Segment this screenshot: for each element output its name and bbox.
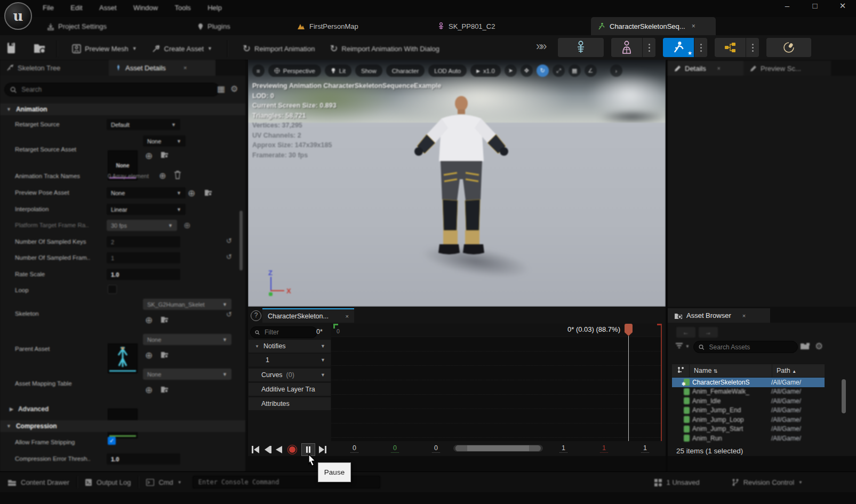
tab-close-icon[interactable]: × bbox=[742, 313, 746, 319]
timeline-filter[interactable] bbox=[250, 326, 317, 338]
timeline-document-tab[interactable]: CharacterSkeleton... × bbox=[262, 308, 354, 323]
rate-scale-field[interactable]: 1.0 bbox=[107, 269, 180, 280]
step-backward-button[interactable] bbox=[263, 445, 272, 454]
scrollbar[interactable] bbox=[842, 379, 846, 413]
section-compression[interactable]: ▼ Compression bbox=[0, 420, 245, 432]
lod-auto-button[interactable]: LOD Auto bbox=[428, 65, 467, 77]
sampled-frames-field[interactable]: 1 bbox=[107, 252, 180, 263]
asset-row[interactable]: Anim_Jump_Start /All/Game/ bbox=[672, 425, 825, 434]
notifies-track-header[interactable]: ▼ Notifies ▼ bbox=[249, 340, 331, 353]
preview-viewport[interactable]: ≡ Perspective Lit Show Character LOD Aut… bbox=[248, 60, 666, 307]
playback-speed-button[interactable]: ▶ x1.0 bbox=[470, 65, 501, 77]
animation-mode-options-button[interactable] bbox=[694, 38, 707, 57]
notify-track-1[interactable]: 1 ▼ bbox=[249, 354, 331, 366]
view-range-start-field[interactable]: 0 bbox=[350, 444, 358, 453]
blueprint-mode-button[interactable] bbox=[715, 38, 746, 57]
tab-asset-browser[interactable]: Asset Browser × bbox=[668, 308, 770, 323]
maximize-button[interactable]: □ bbox=[808, 1, 822, 11]
timeline-scrollbar[interactable] bbox=[453, 445, 543, 452]
search-input[interactable] bbox=[20, 85, 214, 94]
use-selected-icon[interactable]: ⊕ bbox=[145, 350, 153, 361]
project-settings-button[interactable]: Project Settings bbox=[42, 19, 112, 34]
revision-column-icon[interactable] bbox=[672, 366, 689, 375]
toolbar-overflow-button[interactable]: »» bbox=[536, 39, 545, 53]
loop-checkbox[interactable] bbox=[108, 285, 117, 294]
close-button[interactable]: ✕ bbox=[836, 1, 850, 11]
save-dirty-icon[interactable] bbox=[800, 342, 810, 350]
mesh-mode-button[interactable] bbox=[611, 38, 642, 57]
asset-row[interactable]: Anim_FemaleWalk_ /All/Game/ bbox=[672, 387, 825, 397]
timeline-track-area[interactable] bbox=[331, 337, 662, 441]
preview-mesh-button[interactable]: Preview Mesh▼ bbox=[67, 40, 142, 58]
column-header-name[interactable]: Name ⇅ bbox=[690, 367, 772, 374]
step-forward-button[interactable] bbox=[318, 445, 327, 454]
add-element-icon[interactable]: ⊕ bbox=[159, 171, 166, 181]
track-menu-icon[interactable]: ▼ bbox=[321, 357, 325, 363]
reset-to-default-icon[interactable]: ↺ bbox=[226, 310, 232, 318]
grid-view-icon[interactable]: ▦ bbox=[217, 84, 225, 94]
tab-skeleton-tree[interactable]: Skeleton Tree bbox=[0, 60, 109, 76]
save-button[interactable] bbox=[5, 42, 17, 55]
use-selected-icon[interactable]: ⊕ bbox=[188, 188, 195, 199]
tab-close-icon[interactable]: × bbox=[692, 22, 695, 30]
range-max-field[interactable]: 1 bbox=[559, 444, 567, 453]
physics-mode-button[interactable] bbox=[766, 38, 811, 57]
minimize-button[interactable]: – bbox=[780, 1, 794, 11]
select-tool-icon[interactable]: ➤ bbox=[505, 65, 517, 77]
expand-toolbar-icon[interactable]: › bbox=[610, 65, 622, 77]
tab-characterskeletonseq[interactable]: CharacterSkeletonSeq... × bbox=[591, 17, 716, 35]
browse-to-asset-button[interactable] bbox=[33, 42, 47, 55]
timeline-ruler[interactable]: 0 0* (0.03) (88.7%) bbox=[331, 324, 662, 337]
interpolation-dropdown[interactable]: Linear▼ bbox=[107, 204, 186, 215]
lit-button[interactable]: Lit bbox=[325, 65, 351, 77]
browse-icon[interactable] bbox=[160, 150, 169, 159]
browse-icon[interactable] bbox=[160, 385, 169, 394]
skeleton-thumbnail[interactable] bbox=[108, 343, 138, 373]
animation-mode-button[interactable]: ★ bbox=[663, 38, 694, 57]
asset-mapping-dropdown[interactable]: None▼ bbox=[143, 369, 231, 380]
filter-input[interactable] bbox=[263, 328, 313, 337]
use-selected-icon[interactable]: ⊕ bbox=[145, 150, 153, 162]
retarget-source-dropdown[interactable]: Default▼ bbox=[107, 119, 180, 130]
curves-track-header[interactable]: Curves (0) ▼ bbox=[249, 369, 331, 381]
unsaved-assets-button[interactable]: 1 Unsaved bbox=[654, 478, 700, 486]
reset-to-default-icon[interactable]: ↺ bbox=[226, 237, 232, 245]
trash-icon[interactable] bbox=[174, 171, 181, 179]
menu-file[interactable]: File bbox=[35, 0, 61, 15]
menu-window[interactable]: Window bbox=[126, 0, 165, 15]
settings-gear-icon[interactable]: ⚙ bbox=[815, 341, 823, 352]
track-menu-icon[interactable]: ▼ bbox=[321, 372, 325, 378]
content-drawer-button[interactable]: Content Drawer bbox=[7, 478, 69, 486]
tab-close-icon[interactable]: × bbox=[717, 66, 721, 71]
settings-gear-icon[interactable]: ⚙ bbox=[230, 84, 238, 94]
browse-icon[interactable] bbox=[160, 350, 169, 359]
skeleton-mode-button[interactable] bbox=[558, 38, 604, 57]
use-selected-icon[interactable]: ⊕ bbox=[145, 385, 153, 396]
play-reverse-button[interactable] bbox=[275, 445, 283, 454]
plugins-button[interactable]: Plugins bbox=[192, 19, 236, 34]
cmd-button[interactable]: Cmd ▼ bbox=[146, 478, 181, 486]
search-assets-input[interactable] bbox=[708, 343, 793, 351]
mesh-mode-options-button[interactable] bbox=[642, 38, 655, 57]
view-range-end-field[interactable]: 1 bbox=[641, 444, 649, 453]
additive-layer-track-header[interactable]: Additive Layer Tra bbox=[249, 383, 331, 396]
tab-close-icon[interactable]: × bbox=[183, 65, 187, 71]
browse-icon[interactable] bbox=[204, 188, 213, 197]
filter-button[interactable]: ▼ bbox=[675, 343, 690, 350]
scrollbar[interactable] bbox=[239, 211, 243, 270]
platform-target-framerate-dropdown[interactable]: 30 fps▼ bbox=[107, 220, 177, 231]
sampled-keys-field[interactable]: 2 bbox=[107, 236, 180, 247]
compression-error-field[interactable]: 1.0 bbox=[107, 453, 180, 465]
asset-row[interactable]: Anim_Jump_End /All/Game/ bbox=[672, 406, 825, 415]
scrollbar-thumb[interactable] bbox=[455, 445, 540, 451]
column-header-path[interactable]: Path ▲ bbox=[772, 367, 825, 374]
add-icon[interactable]: ⊕ bbox=[183, 220, 190, 230]
tab-asset-details[interactable]: Asset Details × bbox=[109, 60, 215, 76]
rotation-snap-icon[interactable]: ∠ bbox=[585, 65, 597, 77]
show-button[interactable]: Show bbox=[355, 65, 382, 77]
help-icon[interactable]: ? bbox=[251, 310, 261, 321]
rotate-tool-icon[interactable]: ↻ bbox=[537, 65, 549, 77]
to-front-button[interactable] bbox=[251, 445, 260, 454]
tab-sk-pp801-c2[interactable]: SK_PP801_C2 bbox=[431, 17, 524, 35]
blueprint-mode-options-button[interactable] bbox=[746, 38, 759, 57]
